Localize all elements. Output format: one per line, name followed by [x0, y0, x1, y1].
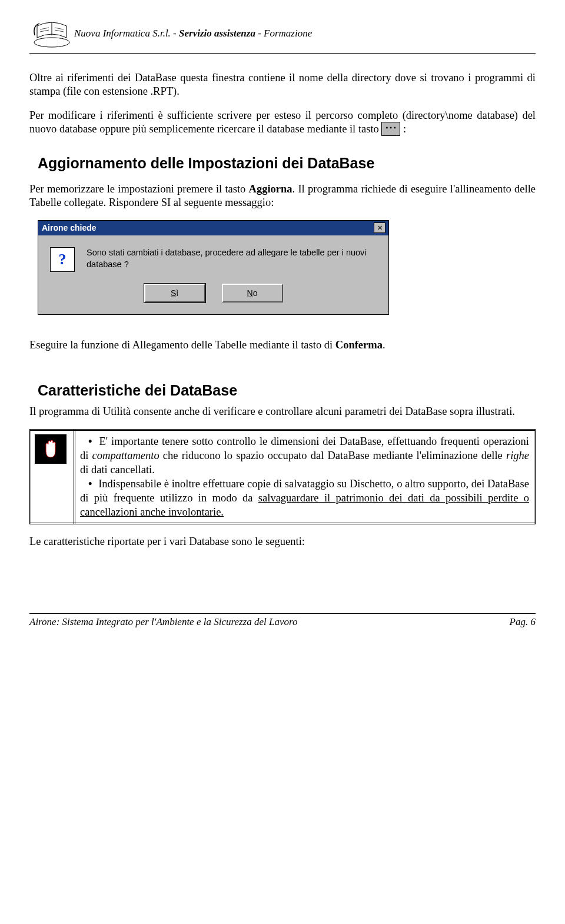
heading-caratteristiche: Caratteristiche dei DataBase: [38, 382, 536, 399]
paragraph-utilita: Il programma di Utilità consente anche d…: [29, 405, 536, 418]
page-header: Nuova Informatica S.r.l. - Servizio assi…: [29, 18, 536, 49]
warning-icon-cell: [31, 430, 75, 523]
page-footer: Airone: Sistema Integrato per l'Ambiente…: [29, 613, 536, 628]
book-logo-icon: [29, 18, 74, 49]
footer-left: Airone: Sistema Integrato per l'Ambiente…: [29, 616, 297, 628]
svg-point-0: [34, 38, 69, 47]
paragraph-caratteristiche-list: Le caratteristiche riportate per i vari …: [29, 535, 536, 549]
dialog-titlebar: Airone chiede ✕: [38, 221, 388, 235]
browse-button-icon: [381, 122, 400, 136]
no-button[interactable]: No: [222, 284, 283, 303]
paragraph-eseguire: Eseguire la funzione di Allegamento dell…: [29, 338, 536, 352]
warning-text: E' importante tenere sotto controllo le …: [75, 430, 535, 523]
header-training: Formazione: [264, 28, 312, 39]
dialog-message: Sono stati cambiati i database, proceder…: [87, 247, 379, 270]
header-company: Nuova Informatica S.r.l.: [74, 28, 171, 39]
close-icon[interactable]: ✕: [374, 222, 385, 233]
stop-hand-icon: [35, 434, 67, 464]
paragraph-memorizzare: Per memorizzare le impostazioni premere …: [29, 182, 536, 210]
dialog-title: Airone chiede: [42, 223, 97, 232]
paragraph-modificare: Per modificare i riferimenti è sufficien…: [29, 109, 536, 137]
header-rule: [29, 53, 536, 54]
heading-aggiornamento: Aggiornamento delle Impostazioni dei Dat…: [38, 155, 536, 172]
yes-button[interactable]: Sì: [144, 284, 205, 303]
header-service: Servizio assistenza: [179, 28, 255, 39]
warning-note-box: E' importante tenere sotto controllo le …: [29, 429, 536, 524]
paragraph-riferimenti: Oltre ai riferimenti dei DataBase questa…: [29, 71, 536, 98]
question-icon: ?: [50, 247, 75, 272]
footer-page: Pag. 6: [510, 616, 536, 628]
header-text: Nuova Informatica S.r.l. - Servizio assi…: [74, 28, 312, 39]
confirm-dialog: Airone chiede ✕ ? Sono stati cambiati i …: [38, 220, 389, 315]
